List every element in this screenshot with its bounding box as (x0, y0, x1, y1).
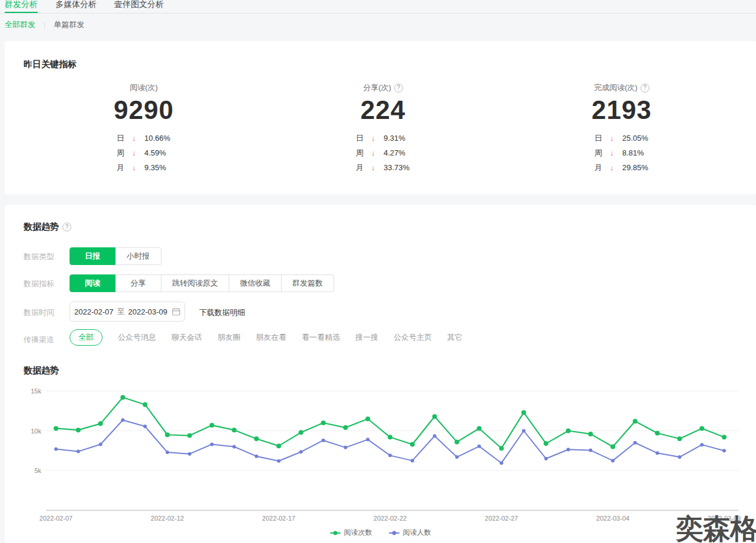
trend-row-month: 月 ↓ 33.73% (348, 160, 418, 175)
percent-value: 9.31% (384, 134, 405, 143)
metric-read-label: 阅读(次) (73, 82, 214, 93)
metric-share-trends: 日 ↓ 9.31% 周 ↓ 4.27% 月 ↓ 33.73% (348, 131, 418, 175)
main-tabbar: 群发分析 多媒体分析 壹伴图文分析 (0, 0, 756, 14)
tab-yiban-article-analysis[interactable]: 壹伴图文分析 (114, 0, 164, 13)
download-data-detail-link[interactable]: 下载数据明细 (199, 307, 245, 318)
svg-text:2022-02-17: 2022-02-17 (262, 515, 295, 522)
down-arrow-icon: ↓ (132, 134, 144, 143)
filter-label-channel: 传播渠道 (24, 335, 54, 345)
down-arrow-icon: ↓ (371, 163, 384, 172)
channel-other[interactable]: 其它 (447, 332, 463, 343)
trend-line-chart[interactable]: 5k10k15k2022-02-072022-02-122022-02-1720… (5, 379, 756, 526)
subtab-divider: | (44, 21, 45, 29)
trend-row-day: 日 ↓ 10.66% (108, 131, 179, 145)
channel-account-homepage[interactable]: 公众号主页 (394, 332, 432, 343)
chart-legend: 阅读次数 阅读人数 (5, 528, 756, 538)
trend-row-week: 周 ↓ 4.59% (108, 145, 179, 160)
channel-search[interactable]: 搜一搜 (355, 332, 378, 343)
trend-row-week: 周 ↓ 4.27% (348, 145, 418, 160)
subtab-single-mass-send[interactable]: 单篇群发 (54, 19, 84, 30)
percent-value: 9.35% (144, 163, 166, 172)
down-arrow-icon: ↓ (610, 134, 622, 143)
metric-mass-send-count-button[interactable]: 群发篇数 (282, 274, 334, 292)
svg-text:2022-02-12: 2022-02-12 (151, 515, 184, 522)
metric-complete-read-label-text: 完成阅读(次) (594, 82, 638, 93)
percent-value: 10.66% (144, 134, 170, 143)
trend-row-month: 月 ↓ 9.35% (108, 160, 179, 175)
date-range-end: 2022-03-09 (128, 307, 168, 316)
period-label: 周 (117, 148, 132, 158)
trend-card-title-text: 数据趋势 (24, 221, 59, 233)
svg-text:2022-02-22: 2022-02-22 (374, 515, 407, 522)
svg-text:5k: 5k (34, 467, 41, 474)
help-icon[interactable]: ? (62, 223, 71, 231)
channel-chat-session[interactable]: 聊天会话 (171, 332, 202, 343)
filter-label-data-time: 数据时间 (24, 307, 54, 318)
tab-mass-send-analysis[interactable]: 群发分析 (5, 0, 38, 13)
trend-row-day: 日 ↓ 9.31% (348, 131, 418, 145)
percent-value: 25.05% (622, 134, 648, 143)
trend-row-day: 日 ↓ 25.05% (586, 131, 657, 145)
site-watermark: 奕森格 (676, 511, 756, 543)
percent-value: 29.85% (622, 163, 648, 172)
data-trend-card: 数据趋势 ? 数据类型 日报 小时报 数据指标 阅读 分享 跳转阅读原文 微信收… (5, 205, 756, 543)
channel-top-stories[interactable]: 看一看精选 (302, 332, 340, 343)
yesterday-key-metrics-card: 昨日关键指标 阅读(次) 9290 日 ↓ 10.66% 周 ↓ 4.59% 月… (5, 41, 756, 194)
trend-row-month: 月 ↓ 29.85% (586, 160, 657, 175)
svg-text:2022-03-04: 2022-03-04 (596, 515, 629, 522)
trend-row-week: 周 ↓ 8.81% (586, 145, 657, 160)
help-icon[interactable]: ? (394, 84, 403, 92)
down-arrow-icon: ↓ (610, 163, 622, 172)
legend-marker-green (330, 532, 341, 534)
percent-value: 4.59% (144, 148, 166, 157)
channel-all[interactable]: 全部 (70, 329, 103, 346)
metrics-card-title-text: 昨日关键指标 (24, 59, 77, 70)
channel-friends-reading[interactable]: 朋友在看 (256, 332, 286, 343)
metric-jump-original-button[interactable]: 跳转阅读原文 (161, 274, 229, 292)
legend-label: 阅读人数 (403, 528, 431, 538)
tab-multimedia-analysis[interactable]: 多媒体分析 (55, 0, 97, 13)
metric-read-value: 9290 (73, 95, 214, 125)
period-label: 月 (356, 163, 371, 173)
metric-share-label-text: 分享(次) (363, 82, 391, 93)
down-arrow-icon: ↓ (610, 148, 622, 157)
down-arrow-icon: ↓ (371, 148, 384, 157)
metric-read-count: 阅读(次) 9290 日 ↓ 10.66% 周 ↓ 4.59% 月 ↓ 9.35… (73, 82, 214, 175)
metrics-card-title: 昨日关键指标 (24, 59, 77, 70)
trend-card-title: 数据趋势 ? (24, 221, 71, 233)
period-label: 周 (595, 148, 610, 158)
help-icon[interactable]: ? (641, 84, 649, 92)
metric-read-button[interactable]: 阅读 (70, 274, 115, 292)
channel-moments[interactable]: 朋友圈 (217, 332, 240, 343)
legend-read-count[interactable]: 阅读次数 (330, 528, 372, 538)
svg-text:10k: 10k (31, 428, 41, 435)
metric-share-button[interactable]: 分享 (115, 274, 161, 292)
down-arrow-icon: ↓ (371, 134, 384, 143)
period-label: 日 (595, 133, 610, 144)
legend-marker-blue (389, 532, 400, 534)
data-metric-button-group: 阅读 分享 跳转阅读原文 微信收藏 群发篇数 (70, 274, 334, 292)
metric-read-trends: 日 ↓ 10.66% 周 ↓ 4.59% 月 ↓ 9.35% (108, 131, 179, 175)
metric-complete-read-count: 完成阅读(次) ? 2193 日 ↓ 25.05% 周 ↓ 8.81% 月 ↓ … (551, 82, 692, 175)
metric-complete-read-trends: 日 ↓ 25.05% 周 ↓ 8.81% 月 ↓ 29.85% (586, 131, 657, 175)
period-label: 月 (117, 163, 132, 173)
channel-official-account-message[interactable]: 公众号消息 (118, 332, 156, 343)
period-label: 日 (356, 133, 371, 144)
filter-label-data-metric: 数据指标 (24, 279, 54, 289)
legend-reader-count[interactable]: 阅读人数 (389, 528, 431, 538)
date-range-picker[interactable]: 2022-02-07 至 2022-03-09 (70, 302, 185, 322)
data-type-daily-button[interactable]: 日报 (70, 247, 115, 265)
period-label: 日 (117, 133, 132, 144)
svg-text:2022-02-07: 2022-02-07 (39, 515, 72, 522)
down-arrow-icon: ↓ (132, 163, 144, 172)
metric-wechat-favorite-button[interactable]: 微信收藏 (229, 274, 282, 292)
date-range-separator: 至 (117, 306, 125, 317)
period-label: 月 (595, 163, 610, 173)
percent-value: 4.27% (384, 148, 405, 157)
calendar-icon (172, 307, 180, 316)
metric-share-label: 分享(次) ? (312, 82, 454, 93)
date-range-start: 2022-02-07 (74, 307, 114, 316)
data-type-hourly-button[interactable]: 小时报 (115, 247, 161, 265)
metric-read-label-text: 阅读(次) (130, 82, 158, 93)
subtab-all-mass-send[interactable]: 全部群发 (5, 19, 35, 30)
